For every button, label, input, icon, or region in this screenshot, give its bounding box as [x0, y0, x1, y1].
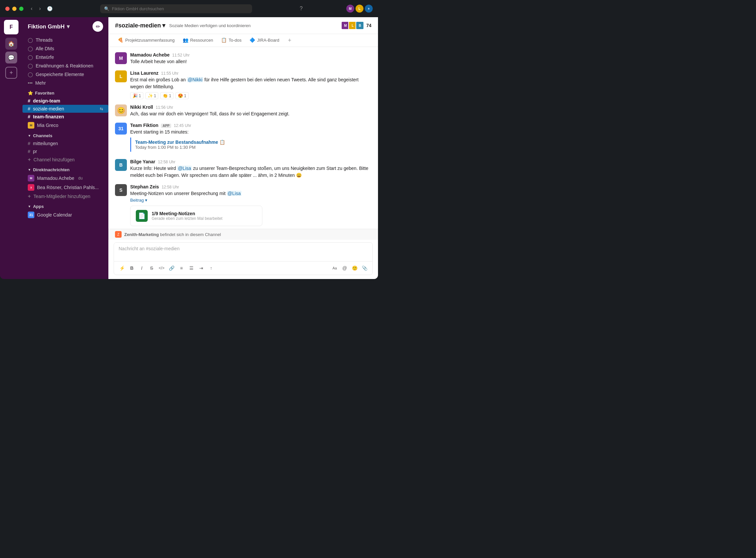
nikki-msg-avatar: 😊 — [115, 104, 127, 116]
mamadou-text: Tolle Arbeit heute von allen! — [130, 58, 371, 65]
member-avatar-3[interactable]: B — [356, 21, 364, 30]
team-fiktion-name: Team Fiktion — [130, 123, 158, 128]
event-time: Today from 1:00 PM to 1:30 PM — [135, 145, 367, 150]
message-input[interactable] — [114, 243, 372, 260]
hash-icon: # — [28, 106, 30, 111]
toolbar-at-button[interactable]: @ — [340, 263, 349, 273]
reaction-heart-eyes[interactable]: 😍1 — [176, 92, 189, 99]
doc-icon: 📄 — [136, 210, 148, 222]
toolbar-emoji-button[interactable]: 🙂 — [350, 263, 359, 273]
sidebar-item-gespeicherte[interactable]: ◯ Gespeicherte Elemente — [23, 70, 108, 79]
mention-nikki[interactable]: @Nikki — [187, 77, 203, 82]
home-icon-btn[interactable]: 🏠 — [5, 38, 17, 50]
mention-lisa-stephan[interactable]: @Lisa — [227, 191, 241, 196]
history-button[interactable]: 🕐 — [47, 6, 53, 11]
threads-icon: ◯ — [28, 37, 33, 43]
add-channel-button[interactable]: + Channel hinzufügen — [23, 155, 108, 164]
tab-to-dos[interactable]: 📋 To-dos — [217, 34, 245, 47]
stephan-time: 12:58 Uhr — [162, 185, 179, 189]
maximize-button[interactable] — [19, 7, 23, 11]
user-avatar-2[interactable]: L — [356, 5, 363, 12]
toolbar-italic-button[interactable]: I — [137, 263, 147, 273]
close-button[interactable] — [5, 7, 9, 11]
toolbar-strikethrough-button[interactable]: S — [147, 263, 156, 273]
sidebar-channel-mitteilungen[interactable]: # mitteilungen — [23, 140, 108, 147]
calendar-app-avatar: 31 — [115, 123, 127, 134]
add-team-button[interactable]: + Team-Mitglieder hinzufügen — [23, 192, 108, 201]
doc-card[interactable]: 📄 1/9 Meeting-Notizen Gerade eben zum le… — [130, 206, 262, 226]
back-button[interactable]: ‹ — [29, 5, 34, 12]
mamadou-name: Mamadou Achebe — [130, 52, 170, 57]
notification-text: Zenith-Marketing befindet sich in diesem… — [124, 232, 221, 237]
forward-button[interactable]: › — [37, 5, 43, 12]
mention-lisa-bilge[interactable]: @Lisa — [177, 166, 192, 171]
mamadou-avatar: M — [28, 175, 34, 181]
dms-icon-btn[interactable]: 💬 — [5, 52, 17, 64]
sidebar-dm-mamadou[interactable]: M Mamadou Achebe du — [23, 174, 108, 183]
channel-name[interactable]: #soziale-medien ▾ — [115, 22, 165, 29]
toolbar-ordered-list-button[interactable]: ≡ — [177, 263, 186, 273]
sidebar-item-entwurfe[interactable]: ◯ Entwürfe — [23, 53, 108, 61]
workspace-name[interactable]: Fiktion GmbH ▾ — [28, 23, 70, 30]
event-card[interactable]: Team-Meeting zur Bestandsaufnahme 📋 Toda… — [130, 137, 371, 152]
sidebar-item-alle-dms[interactable]: ◯ Alle DMs — [23, 44, 108, 53]
channel-dropdown-icon: ▾ — [162, 22, 165, 29]
toolbar-attach-button[interactable]: ↑ — [207, 263, 216, 273]
dm-section[interactable]: ▼ Direktnachrichten — [23, 164, 108, 174]
sidebar-dm-mia[interactable]: M Mia Greco — [23, 121, 108, 130]
sidebar-channel-design-team[interactable]: # design-team — [23, 97, 108, 105]
gespeicherte-icon: ◯ — [28, 72, 33, 77]
stephan-name: Stephan Zeis — [130, 184, 159, 189]
sidebar-header: Fiktion GmbH ▾ ✏ — [23, 17, 108, 36]
apps-section[interactable]: ▼ Apps — [23, 201, 108, 210]
add-workspace-button[interactable]: + — [5, 67, 17, 79]
channels-toggle-icon: ▼ — [28, 134, 31, 137]
beitrag-link[interactable]: Beitrag ▾ — [130, 198, 147, 203]
toolbar-indent-button[interactable]: ⇥ — [197, 263, 206, 273]
sidebar-channel-soziale-medien[interactable]: # soziale-medien ⇆ — [23, 105, 108, 113]
toolbar-code-button[interactable]: </> — [157, 263, 166, 273]
favorites-section[interactable]: ⭐ Favoriten — [23, 87, 108, 97]
sidebar-channel-team-finanzen[interactable]: # team-finanzen — [23, 113, 108, 121]
compose-button[interactable]: ✏ — [93, 21, 103, 32]
sidebar-item-threads[interactable]: ◯ Threads — [23, 36, 108, 44]
help-button[interactable]: ? — [300, 6, 303, 11]
entwurfe-icon: ◯ — [28, 54, 33, 60]
sidebar-app-google-calendar[interactable]: 31 Google Calendar — [23, 210, 108, 220]
tab-ressourcen[interactable]: 👥 Ressourcen — [179, 34, 217, 47]
message-lisa: L Lisa Laurenz 11:55 Uhr Erst mal ein gr… — [115, 70, 371, 99]
sidebar-dm-bea[interactable]: 3 Bea Rösner, Christian Pahls... — [23, 183, 108, 192]
reaction-sparkles[interactable]: ✨1 — [146, 92, 159, 99]
message-input-box: ⚡ B I S </> 🔗 ≡ ☰ ⇥ ↑ Aa @ 🙂 📎 — [114, 242, 373, 275]
reaction-clap[interactable]: 👏1 — [160, 92, 174, 99]
google-calendar-icon: 31 — [28, 211, 34, 218]
toolbar-bold-button[interactable]: B — [127, 263, 136, 273]
add-tab-button[interactable]: + — [285, 34, 295, 47]
tab-jira-board[interactable]: 🔷 JIRA-Board — [245, 34, 283, 47]
workspace-icon[interactable]: F — [4, 20, 19, 34]
tab-projektzusammenfassung[interactable]: 🍕 Projektzusammenfassung — [114, 34, 179, 47]
titlebar: ‹ › 🕐 🔍 ? M L + — [0, 0, 378, 17]
search-input[interactable] — [112, 6, 248, 11]
nikki-name: Nikki Kroll — [130, 104, 153, 110]
message-toolbar: ⚡ B I S </> 🔗 ≡ ☰ ⇥ ↑ Aa @ 🙂 📎 — [114, 261, 372, 275]
sidebar-channel-pr[interactable]: # pr — [23, 147, 108, 155]
toolbar-lightning-button[interactable]: ⚡ — [117, 263, 127, 273]
user-avatar-1[interactable]: M — [346, 5, 354, 12]
toolbar-font-button[interactable]: Aa — [330, 263, 339, 273]
add-icon: + — [28, 157, 31, 163]
nikki-time: 11:56 Uhr — [156, 105, 173, 110]
member-count[interactable]: 74 — [366, 23, 371, 28]
toolbar-paperclip-button[interactable]: 📎 — [360, 263, 369, 273]
reaction-party[interactable]: 🎉1 — [130, 92, 144, 99]
minimize-button[interactable] — [12, 7, 17, 11]
toolbar-unordered-list-button[interactable]: ☰ — [187, 263, 196, 273]
erwahnungen-icon: ◯ — [28, 63, 33, 69]
channels-section[interactable]: ▼ Channels — [23, 130, 108, 140]
tab-icon-ressourcen: 👥 — [183, 37, 188, 43]
toolbar-link-button[interactable]: 🔗 — [167, 263, 176, 273]
user-avatar-3[interactable]: + — [365, 5, 373, 12]
sidebar-item-mehr[interactable]: ••• Mehr — [23, 79, 108, 87]
sidebar-item-erwahnungen[interactable]: ◯ Erwähnungen & Reaktionen — [23, 61, 108, 70]
notification-bar: Z Zenith-Marketing befindet sich in dies… — [108, 229, 378, 240]
